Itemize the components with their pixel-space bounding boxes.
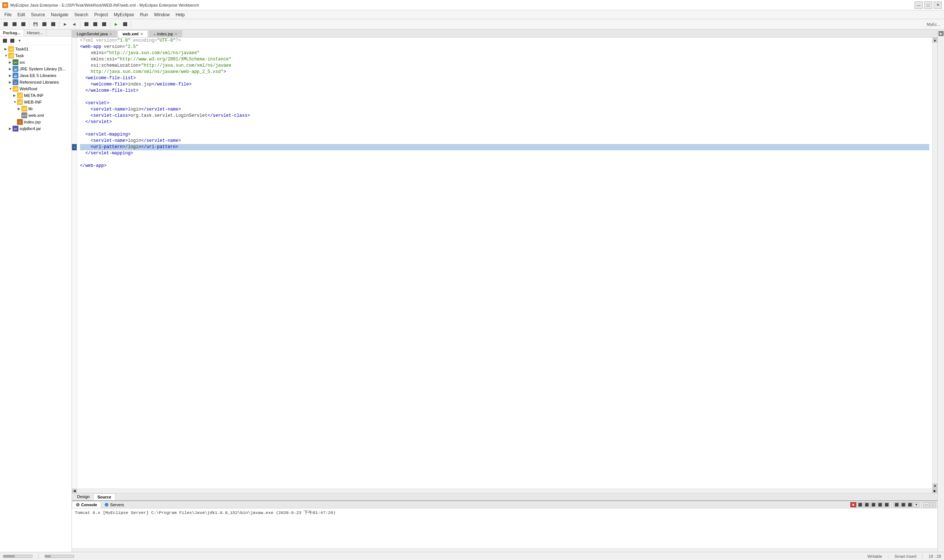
code-line-6: http://java.sun.com/xml/ns/javaee/web-ap… xyxy=(80,69,929,75)
tree-arrow-webroot: ▼ xyxy=(9,87,12,91)
tree-item-lib[interactable]: ▶ 📁 lib xyxy=(0,105,71,112)
tree-item-task01[interactable]: ▶ 📁 Task01 xyxy=(0,46,71,52)
gutter-line-6 xyxy=(72,69,77,75)
toolbar-btn-11[interactable]: ⬛ xyxy=(100,20,108,28)
menu-bar: FileEditSourceNavigateSearchProjectMyEcl… xyxy=(0,10,944,19)
console-tab-label: Console xyxy=(81,503,97,507)
toolbar-btn-6[interactable]: ⬛ xyxy=(49,20,57,28)
tree-label-sqljdbc: sqljdbc4.jar xyxy=(20,126,41,131)
scroll-left-btn[interactable]: ◀ xyxy=(72,489,77,493)
gutter-line-14 xyxy=(72,119,77,125)
menu-item-run[interactable]: Run xyxy=(137,11,151,18)
tab-loginservlet[interactable]: LoginServlet.java ✕ xyxy=(72,30,117,37)
sidebar-link-btn[interactable]: ⬛ xyxy=(9,37,15,44)
code-line-12: <servlet-name>login</servlet-name> xyxy=(80,106,929,113)
source-tab[interactable]: Source xyxy=(93,493,115,500)
console-btn-3[interactable]: ⬛ xyxy=(864,502,870,507)
menu-item-project[interactable]: Project xyxy=(91,11,111,18)
tree-arrow-webinf: ▼ xyxy=(13,100,17,104)
right-btn-1[interactable]: ▶ xyxy=(938,31,944,36)
menu-item-window[interactable]: Window xyxy=(151,11,173,18)
status-sep-1 xyxy=(39,554,39,559)
console-maximize-btn[interactable]: □ xyxy=(930,502,936,507)
tree-label-indexjsp: index.jsp xyxy=(24,120,40,124)
console-stop-btn[interactable]: ■ xyxy=(850,502,856,507)
tab-webxml[interactable]: web.xml ✕ xyxy=(118,30,148,37)
gutter: · · · → xyxy=(72,38,77,489)
tree-item-webxml[interactable]: xml web.xml xyxy=(0,112,71,118)
run-btn[interactable]: ▶ xyxy=(112,20,120,28)
toolbar-btn-4[interactable]: 💾 xyxy=(31,20,39,28)
toolbar-btn-8[interactable]: ◀ xyxy=(70,20,78,28)
bottom-controls: ■ ⬛ ⬛ ⬛ ⬛ ⬛ ⬛ ⬛ ⬛ ▼ — □ xyxy=(849,502,937,508)
tab-indexjsp[interactable]: ⬩ index.jsp ✕ xyxy=(149,30,182,37)
tree-item-webroot[interactable]: ▼ 📁 WebRoot xyxy=(0,86,71,92)
jre-icon: ☕ xyxy=(12,66,19,72)
sidebar-collapse-btn[interactable]: ⬛ xyxy=(2,37,8,44)
console-btn-5[interactable]: ⬛ xyxy=(877,502,883,507)
console-minimize-btn[interactable]: — xyxy=(923,502,929,507)
menu-item-file[interactable]: File xyxy=(2,11,14,18)
menu-item-help[interactable]: Help xyxy=(173,11,188,18)
tree-item-webinf[interactable]: ▼ 📁 WEB-INF xyxy=(0,99,71,105)
title-bar: M MyEclipse Java Enterprise - E:/JSP/Tes… xyxy=(0,0,944,10)
sidebar-tab-package[interactable]: Packag... xyxy=(0,29,24,36)
console-btn-7[interactable]: ⬛ xyxy=(893,502,899,507)
tree-label-src: src xyxy=(20,60,25,65)
toolbar-btn-7[interactable]: ▶ xyxy=(61,20,69,28)
close-button[interactable]: ✕ xyxy=(934,2,942,9)
sidebar-tab-hierarchy[interactable]: Hierarc... xyxy=(24,29,47,36)
toolbar-btn-2[interactable]: ⬛ xyxy=(10,20,19,28)
servers-icon xyxy=(105,503,108,506)
webinf-icon: 📁 xyxy=(17,99,23,105)
gutter-line-20 xyxy=(72,157,77,163)
tab-loginservlet-close[interactable]: ✕ xyxy=(109,32,112,36)
toolbar-btn-10[interactable]: ⬛ xyxy=(91,20,99,28)
tree-label-metainf: META-INF xyxy=(24,93,43,98)
console-btn-10[interactable]: ▼ xyxy=(913,502,919,507)
console-btn-9[interactable]: ⬛ xyxy=(907,502,913,507)
tab-webxml-close[interactable]: ✕ xyxy=(140,32,143,36)
tree-item-jre[interactable]: ▶ ☕ JRE System Library [S... xyxy=(0,66,71,72)
tree-item-indexjsp[interactable]: J index.jsp xyxy=(0,118,71,125)
toolbar-btn-5[interactable]: ⬛ xyxy=(40,20,48,28)
scroll-down-btn[interactable]: ▼ xyxy=(933,483,937,489)
console-tab[interactable]: Console xyxy=(72,501,101,508)
maximize-button[interactable]: □ xyxy=(924,2,932,9)
gutter-line-21 xyxy=(72,163,77,169)
myeclipse-label: MyEc... xyxy=(924,22,942,26)
menu-item-source[interactable]: Source xyxy=(28,11,48,18)
sidebar-menu-btn[interactable]: ▼ xyxy=(16,37,23,44)
menu-item-myeclipse[interactable]: MyEclipse xyxy=(111,11,137,18)
toolbar-btn-9[interactable]: ⬛ xyxy=(82,20,90,28)
gutter-line-5 xyxy=(72,63,77,69)
toolbar-btn-3[interactable]: ⬛ xyxy=(19,20,27,28)
menu-item-edit[interactable]: Edit xyxy=(14,11,28,18)
console-btn-4[interactable]: ⬛ xyxy=(870,502,876,507)
tree-item-src[interactable]: ▶ src src xyxy=(0,59,71,66)
debug-btn[interactable]: ⬛ xyxy=(121,20,129,28)
servers-tab[interactable]: Servers xyxy=(101,502,128,508)
tree-item-sqljdbc[interactable]: ▶ jar sqljdbc4.jar xyxy=(0,125,71,132)
tree-item-javaee[interactable]: ▶ ☕ Java EE 5 Libraries xyxy=(0,72,71,79)
toolbar-btn-1[interactable]: ⬛ xyxy=(2,20,9,28)
tree-item-metainf[interactable]: ▶ 📁 META-INF xyxy=(0,92,71,99)
minimize-button[interactable]: — xyxy=(915,2,922,9)
tab-indexjsp-close[interactable]: ✕ xyxy=(174,32,177,36)
scroll-right-btn[interactable]: ▶ xyxy=(932,489,937,493)
scroll-up-btn[interactable]: ▲ xyxy=(933,38,937,43)
console-btn-8[interactable]: ⬛ xyxy=(900,502,906,507)
tree-item-reflibs[interactable]: ▶ 📚 Referenced Libraries xyxy=(0,79,71,86)
tree-item-task[interactable]: ▼ 📁 Task xyxy=(0,52,71,59)
design-tab[interactable]: Design xyxy=(73,493,93,500)
tree-label-lib: lib xyxy=(28,106,33,111)
console-hscrollbar[interactable] xyxy=(72,548,937,552)
code-editor[interactable]: <?xml version="1.0" encoding="UTF-8"?> <… xyxy=(77,38,932,489)
editor-scrollbar[interactable]: ▲ ▼ xyxy=(932,38,937,489)
editor-hscrollbar[interactable]: ◀ ▶ xyxy=(72,489,937,493)
menu-item-navigate[interactable]: Navigate xyxy=(48,11,71,18)
code-line-4: xmlns:xsi="http://www.w3.org/2001/XMLSch… xyxy=(80,56,929,63)
console-btn-6[interactable]: ⬛ xyxy=(884,502,889,507)
menu-item-search[interactable]: Search xyxy=(71,11,91,18)
console-btn-2[interactable]: ⬛ xyxy=(857,502,863,507)
